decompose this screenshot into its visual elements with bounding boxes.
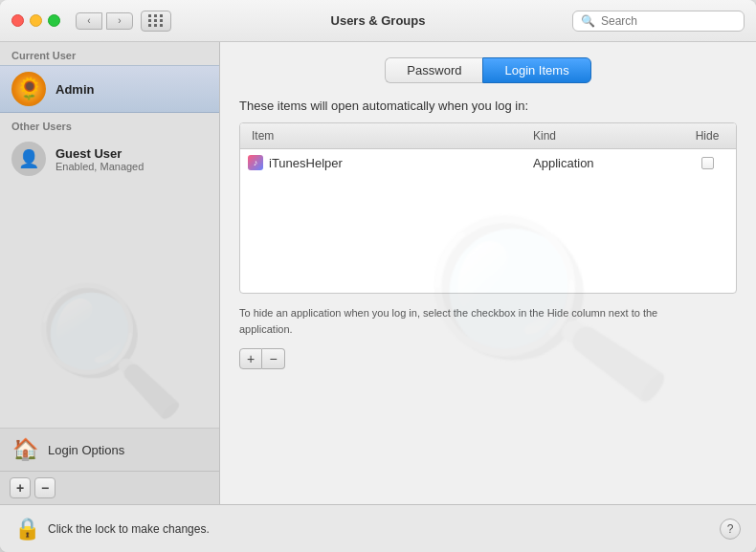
add-item-button[interactable]: + [239,348,262,369]
row-item-name: ♪ iTunesHelper [240,153,525,172]
grid-view-button[interactable] [141,11,171,32]
table-action-buttons: + − [239,348,737,369]
titlebar: ‹ › Users & Groups 🔍 [0,0,756,42]
padlock-icon: 🔒 [14,517,40,541]
sidebar-item-admin[interactable]: 🌻 Admin [0,65,219,113]
row-item-kind: Application [525,154,678,172]
lock-icon[interactable]: 🔒 [15,517,38,541]
sidebar-action-buttons: + − [0,471,219,504]
login-options-label: Login Options [48,443,124,457]
tab-password[interactable]: Password [385,57,482,83]
itunes-icon: ♪ [248,155,263,170]
minimize-button[interactable] [30,14,42,27]
guest-user-info: Guest User Enabled, Managed [56,146,144,172]
tab-login-items[interactable]: Login Items [482,57,590,83]
content: 🔍 Current User 🌻 Admin Other Users 👤 Gue… [0,42,756,504]
hint-text: To hide an application when you log in, … [239,305,699,337]
search-box[interactable]: 🔍 [572,11,745,32]
traffic-lights [11,14,60,27]
remove-user-button[interactable]: − [34,477,56,498]
sidebar-item-login-options[interactable]: 🏠 Login Options [0,428,219,471]
house-icon: 🏠 [11,436,38,463]
maximize-button[interactable] [48,14,60,27]
window-title: Users & Groups [331,13,426,28]
col-header-hide: Hide [678,127,736,144]
admin-user-name: Admin [56,82,94,97]
add-user-button[interactable]: + [10,477,31,498]
search-icon: 🔍 [581,14,595,28]
other-users-label: Other Users [0,113,219,136]
table-header: Item Kind Hide [240,123,736,149]
grid-dots-icon [148,14,164,27]
nav-buttons: ‹ › [76,12,133,30]
sidebar-item-guest[interactable]: 👤 Guest User Enabled, Managed [0,136,219,182]
hide-checkbox[interactable] [701,157,714,169]
back-button[interactable]: ‹ [76,12,102,30]
remove-item-button[interactable]: − [262,348,285,369]
table-row[interactable]: ♪ iTunesHelper Application [240,149,736,176]
sidebar: 🔍 Current User 🌻 Admin Other Users 👤 Gue… [0,42,220,504]
row-hide-checkbox[interactable] [678,155,736,171]
search-input[interactable] [601,14,736,28]
avatar-admin: 🌻 [11,72,46,106]
col-header-kind: Kind [525,127,678,144]
main-panel: 🔍 Password Login Items These items will … [220,42,756,504]
table-body: ♪ iTunesHelper Application [240,149,736,293]
guest-user-name: Guest User [56,146,144,161]
col-header-item: Item [240,127,525,144]
description-text: These items will open automatically when… [239,99,737,113]
window: ‹ › Users & Groups 🔍 🔍 Current User 🌻 [0,0,756,552]
tab-bar: Password Login Items [239,57,737,83]
forward-button[interactable]: › [106,12,133,30]
close-button[interactable] [11,14,24,27]
bottom-bar: 🔒 Click the lock to make changes. ? [0,504,756,552]
items-table: Item Kind Hide ♪ iTunesHelper Applicatio… [239,122,737,294]
avatar-guest: 👤 [11,142,46,176]
admin-user-info: Admin [56,82,94,97]
lock-label: Click the lock to make changes. [48,522,710,536]
help-button[interactable]: ? [720,519,741,540]
guest-user-sub: Enabled, Managed [56,161,144,172]
current-user-label: Current User [0,42,219,65]
